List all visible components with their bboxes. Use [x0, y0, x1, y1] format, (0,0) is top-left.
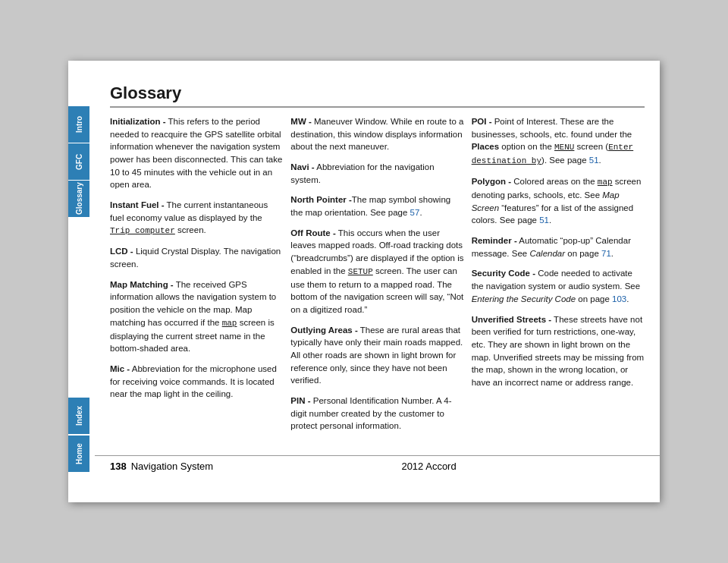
term-instant-fuel: Instant Fuel - [110, 200, 165, 209]
column-2: MW - Maneuver Window. While en route to … [290, 115, 463, 440]
column-3: POI - Point of Interest. These are the b… [472, 115, 645, 440]
gfc-tab-label: GFC [75, 153, 83, 169]
entry-navi: Navi - Abbreviation for the navigation s… [290, 161, 463, 186]
body-reminder-3: . [611, 249, 613, 258]
sidebar-tab-gfc[interactable]: GFC [68, 143, 89, 180]
body-security-code-3: . [626, 294, 629, 304]
columns-container: Initialization - This refers to the peri… [110, 115, 645, 440]
entry-pin: PIN - Personal Identification Number. A … [290, 395, 463, 432]
sidebar-tab-home[interactable]: Home [68, 436, 89, 472]
body-mic: Abbreviation for the microphone used for… [110, 364, 277, 398]
sidebar-tab-intro[interactable]: Intro [68, 106, 89, 143]
column-1: Initialization - This refers to the peri… [110, 115, 283, 440]
italic-calendar: Calendar [529, 249, 565, 258]
term-polygon: Polygon - [472, 177, 511, 186]
entry-polygon: Polygon - Colored areas on the map scree… [472, 175, 645, 227]
italic-entering-security: Entering the Security Code [472, 294, 576, 304]
body-poi-2: option on the [499, 142, 554, 151]
body-security-code-2: on page [576, 294, 612, 304]
term-unverified-streets: Unverified Streets - [472, 315, 551, 324]
home-tab-label: Home [75, 443, 83, 464]
sidebar-tabs: Intro GFC Glossary [68, 106, 89, 217]
footer-center-text: 2012 Accord [213, 461, 645, 472]
body-reminder-2: on page [565, 249, 601, 258]
body-polygon: Colored areas on the [513, 177, 598, 186]
body-poi-4: ). See page [541, 156, 589, 165]
mono-menu: MENU [554, 143, 574, 152]
index-tab-label: Index [75, 406, 83, 426]
page-wrapper: Intro GFC Glossary Index Home Glossary I… [68, 61, 660, 502]
entry-poi: POI - Point of Interest. These are the b… [472, 115, 645, 168]
term-initialization: Initialization - [110, 117, 165, 126]
body-north-pointer-2: . [419, 208, 422, 217]
link-polygon-51[interactable]: 51 [539, 215, 549, 225]
body-initialization: This refers to the period needed to reac… [110, 117, 282, 189]
term-north-pointer: North Pointer - [290, 195, 352, 204]
term-navi: Navi - [290, 162, 314, 171]
mono-map: map [222, 319, 237, 328]
term-security-code: Security Code - [472, 269, 535, 278]
term-lcd: LCD - [110, 247, 133, 256]
link-security-103[interactable]: 103 [612, 294, 626, 304]
entry-outlying-areas: Outlying Areas - These are rural areas t… [290, 324, 463, 387]
entry-off-route: Off Route - This occurs when the user le… [290, 227, 463, 316]
entry-mw: MW - Maneuver Window. While en route to … [290, 115, 463, 153]
page-title: Glossary [110, 83, 645, 108]
bottom-bar: 138 Navigation System 2012 Accord [95, 455, 660, 472]
entry-reminder: Reminder - Automatic “pop-up” Calendar m… [472, 234, 645, 259]
link-north-pointer-57[interactable]: 57 [410, 208, 420, 217]
body-pin: Personal Identification Number. A 4-digi… [290, 396, 451, 430]
term-reminder: Reminder - [472, 236, 517, 245]
entry-north-pointer: North Pointer -The map symbol showing th… [290, 193, 463, 219]
body-unverified-streets: These streets have not been verified for… [472, 315, 645, 387]
body-polygon-4: . [549, 215, 551, 225]
intro-tab-label: Intro [75, 116, 83, 133]
section-label: Navigation System [131, 461, 213, 472]
term-outlying-areas: Outlying Areas - [290, 326, 357, 335]
entry-initialization: Initialization - This refers to the peri… [110, 115, 283, 191]
term-mic: Mic - [110, 364, 130, 373]
body-poi-3: screen ( [574, 142, 608, 151]
entry-lcd: LCD - Liquid Crystal Display. The naviga… [110, 245, 283, 270]
entry-mic: Mic - Abbreviation for the microphone us… [110, 363, 283, 401]
term-pin: PIN - [290, 396, 310, 405]
term-off-route: Off Route - [290, 228, 335, 237]
sidebar-index-area: Index [68, 398, 89, 434]
body-lcd: Liquid Crystal Display. The navigation s… [110, 247, 281, 269]
entry-map-matching: Map Matching - The received GPS informat… [110, 278, 283, 355]
body-mw: Maneuver Window. While en route to a des… [290, 117, 463, 151]
mono-map-polygon: map [598, 178, 613, 187]
body-instant-fuel-2: screen. [175, 225, 206, 234]
page-number: 138 [110, 461, 127, 472]
mono-setup: SETUP [348, 267, 373, 276]
mono-trip-computer: Trip computer [110, 226, 175, 235]
term-map-matching: Map Matching - [110, 280, 174, 289]
body-poi: Point of Interest. These are the busines… [472, 117, 632, 139]
sidebar-tab-glossary[interactable]: Glossary [68, 181, 89, 217]
bold-places: Places [472, 142, 499, 151]
body-poi-5: . [599, 156, 601, 165]
entry-instant-fuel: Instant Fuel - The current instantaneous… [110, 199, 283, 237]
sidebar-home-area: Home [68, 436, 89, 472]
term-mw: MW - [290, 117, 311, 126]
entry-security-code: Security Code - Code needed to activate … [472, 267, 645, 305]
link-poi-51[interactable]: 51 [589, 156, 599, 165]
link-reminder-71[interactable]: 71 [601, 249, 611, 258]
term-poi: POI - [472, 117, 492, 126]
main-content: Glossary Initialization - This refers to… [95, 83, 660, 440]
glossary-tab-label: Glossary [75, 183, 83, 215]
sidebar-tab-index[interactable]: Index [68, 398, 89, 434]
entry-unverified-streets: Unverified Streets - These streets have … [472, 313, 645, 389]
